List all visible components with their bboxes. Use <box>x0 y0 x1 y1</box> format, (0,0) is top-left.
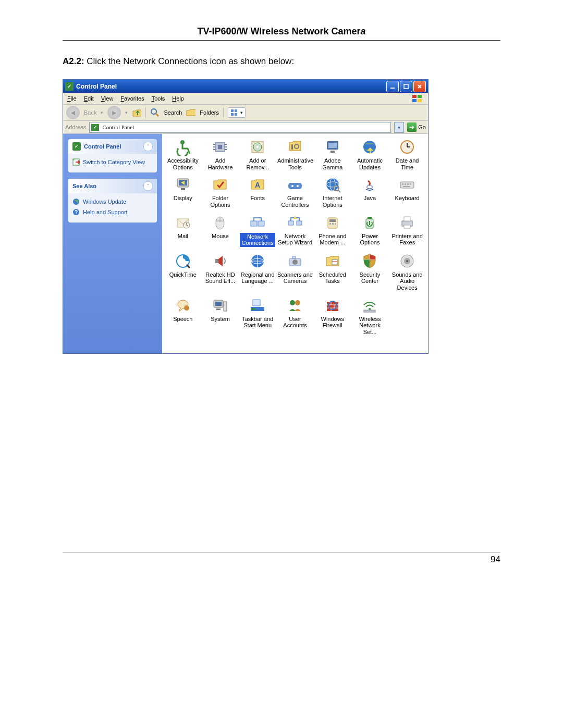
cp-item-sounds[interactable]: Sounds and Audio Devices <box>389 252 425 291</box>
cp-item-realtek[interactable]: Realtek HD Sound Eff... <box>203 252 238 291</box>
menu-favorites[interactable]: Favorites <box>120 95 144 102</box>
svg-point-107 <box>369 308 371 310</box>
network-conn-label: Network Connections <box>240 233 275 247</box>
java-label: Java <box>364 195 376 202</box>
cp-item-scanners[interactable]: Scanners and Cameras <box>277 252 313 291</box>
windows-update-link[interactable]: Windows Update <box>72 196 153 207</box>
svg-rect-72 <box>404 225 410 228</box>
speech-label: Speech <box>173 316 192 323</box>
menu-bar: File Edit View Favorites Tools Help <box>63 93 428 105</box>
svg-rect-64 <box>329 219 336 222</box>
menu-edit[interactable]: Edit <box>84 95 94 102</box>
cp-item-sec-center[interactable]: Security Center <box>352 252 388 291</box>
cp-item-taskbar[interactable]: Taskbar and Start Menu <box>240 297 275 336</box>
search-icon <box>150 108 160 117</box>
svg-text:?: ? <box>75 209 78 215</box>
cp-item-adobe-gamma[interactable]: Adobe Gamma <box>315 138 350 170</box>
address-input[interactable] <box>101 124 389 131</box>
cp-item-power[interactable]: Power Options <box>352 214 388 247</box>
svg-line-75 <box>187 265 190 268</box>
window-titlebar[interactable]: ✓ Control Panel <box>63 80 428 93</box>
inet-opts-label: Internet Options <box>315 195 350 208</box>
cp-item-add-hardware[interactable]: Add Hardware <box>203 138 238 170</box>
minimize-button[interactable] <box>386 81 399 92</box>
cp-item-admin-tools[interactable]: Administrative Tools <box>277 138 313 170</box>
cp-item-sched-tasks[interactable]: Scheduled Tasks <box>315 252 350 291</box>
accessibility-label: Accessibility Options <box>165 157 201 170</box>
cp-item-auto-updates[interactable]: Automatic Updates <box>352 138 388 170</box>
maximize-button[interactable] <box>400 81 412 92</box>
game-ctrl-label: Game Controllers <box>277 195 313 208</box>
speech-icon <box>174 297 192 314</box>
doc-header: TV-IP600/W Wireless Network Camera <box>63 26 500 41</box>
cp-item-folder-options[interactable]: Folder Options <box>203 176 238 208</box>
system-label: System <box>211 316 230 323</box>
windows-logo-icon <box>409 94 425 103</box>
go-button[interactable]: ➔ Go <box>407 122 426 132</box>
cp-item-java[interactable]: Java <box>352 176 388 208</box>
cp-item-display[interactable]: Display <box>165 176 201 208</box>
svg-rect-47 <box>402 183 403 185</box>
adobe-gamma-label: Adobe Gamma <box>315 157 350 170</box>
cp-item-network-conn[interactable]: Network Connections <box>240 214 275 247</box>
cp-item-speech[interactable]: Speech <box>165 297 201 336</box>
search-button[interactable]: Search <box>164 109 182 116</box>
keyboard-icon <box>398 176 416 193</box>
mail-label: Mail <box>178 233 188 240</box>
cp-item-add-remove[interactable]: Add or Remov... <box>240 138 275 170</box>
address-box[interactable]: ✓ <box>89 122 391 133</box>
svg-rect-92 <box>215 302 222 306</box>
panel-cp-header[interactable]: ✓ Control Panel ˆ <box>68 139 157 154</box>
cp-item-users[interactable]: User Accounts <box>277 297 313 336</box>
menu-file[interactable]: File <box>67 95 77 102</box>
menu-view[interactable]: View <box>101 95 114 102</box>
cp-item-phone-modem[interactable]: Phone and Modem ... <box>315 214 350 247</box>
add-remove-label: Add or Remov... <box>240 157 275 170</box>
switch-category-view-link[interactable]: Switch to Category View <box>72 157 153 167</box>
svg-rect-65 <box>329 223 331 225</box>
address-bar: Address ✓ ▾ ➔ Go <box>63 121 428 134</box>
cp-item-firewall[interactable]: Windows Firewall <box>315 297 350 336</box>
cp-item-game-ctrl[interactable]: Game Controllers <box>277 176 313 208</box>
cp-item-keyboard[interactable]: Keyboard <box>389 176 425 208</box>
wireless-label: Wireless Network Set... <box>352 316 388 336</box>
cp-item-printers[interactable]: Printers and Faxes <box>389 214 425 247</box>
cp-item-wireless[interactable]: Wireless Network Set... <box>352 297 388 336</box>
cp-item-mouse[interactable]: Mouse <box>203 214 238 247</box>
regional-icon <box>249 252 266 270</box>
page-number: 94 <box>491 554 500 564</box>
add-remove-icon <box>249 138 266 156</box>
back-button[interactable]: ◄ <box>66 106 80 119</box>
network-conn-icon <box>249 214 266 231</box>
menu-tools[interactable]: Tools <box>152 95 165 102</box>
address-dropdown-button[interactable]: ▾ <box>394 122 404 133</box>
close-button[interactable] <box>413 81 426 92</box>
cp-item-date-time[interactable]: Date and Time <box>389 138 425 170</box>
cp-item-inet-opts[interactable]: Internet Options <box>315 176 350 208</box>
collapse-icon[interactable]: ˆ <box>143 142 153 151</box>
cp-item-system[interactable]: System <box>203 297 238 336</box>
cp-item-network-setup[interactable]: Network Setup Wizard <box>277 214 313 247</box>
views-icon <box>230 109 239 116</box>
firewall-label: Windows Firewall <box>315 316 350 329</box>
add-hardware-icon <box>211 138 229 156</box>
cp-item-quicktime[interactable]: QuickTime <box>165 252 201 291</box>
svg-rect-62 <box>297 221 302 225</box>
svg-rect-9 <box>235 113 237 116</box>
svg-rect-51 <box>403 186 410 187</box>
svg-rect-26 <box>291 144 293 150</box>
cp-item-mail[interactable]: Mail <box>165 214 201 247</box>
help-support-link[interactable]: ? Help and Support <box>72 207 153 217</box>
folders-button[interactable]: Folders <box>200 109 219 116</box>
cp-item-fonts[interactable]: AFonts <box>240 176 275 208</box>
forward-button[interactable]: ► <box>107 106 121 119</box>
menu-help[interactable]: Help <box>172 95 184 102</box>
svg-rect-96 <box>252 308 255 310</box>
views-button[interactable]: ▾ <box>228 107 246 118</box>
panel-seealso-header[interactable]: See Also ˆ <box>68 179 157 193</box>
network-setup-icon <box>286 214 304 231</box>
cp-item-accessibility[interactable]: Accessibility Options <box>165 138 201 170</box>
collapse-icon[interactable]: ˆ <box>143 181 153 191</box>
cp-item-regional[interactable]: Regional and Language ... <box>240 252 275 291</box>
up-folder-button[interactable] <box>132 108 141 117</box>
